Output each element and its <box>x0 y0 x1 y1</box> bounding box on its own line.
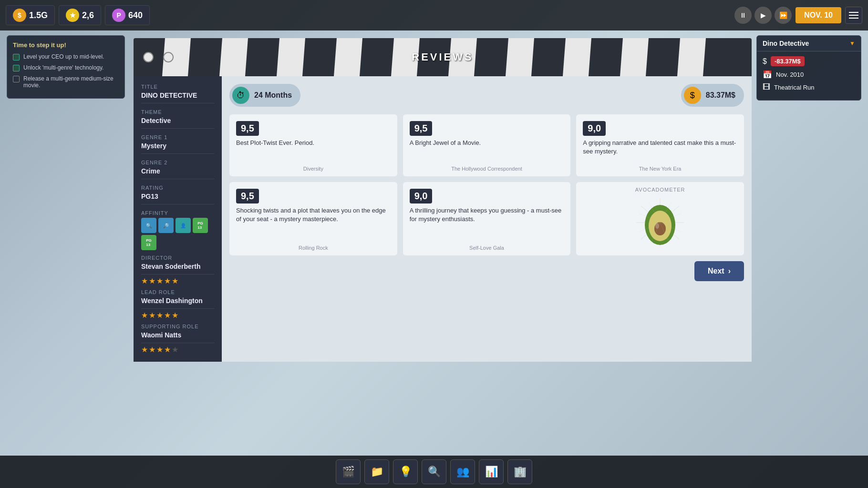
rating-value: PG13 <box>141 193 214 204</box>
star-s2: ★ <box>149 345 155 354</box>
right-panel-header: Dino Detective ▼ <box>757 36 861 51</box>
revenue-badge: $ 83.37M$ <box>681 84 744 107</box>
chevron-18 <box>620 38 649 76</box>
genre2-label: GENRE 2 <box>141 160 214 165</box>
chevron-19 <box>649 38 677 76</box>
status-value: Theatrical Run <box>774 84 815 91</box>
title-value: DINO DETECTIVE <box>141 92 214 103</box>
release-date: Nov. 2010 <box>776 71 804 78</box>
points-icon: P <box>112 9 125 22</box>
supporting-label: SUPPORTING ROLE <box>141 324 214 329</box>
star-d5: ★ <box>172 276 178 285</box>
clapper-dot-2 <box>163 52 174 62</box>
top-bar: $ 1.5G ★ 2,6 P 640 ⏸ ▶ ⏩ NOV. 10 <box>0 0 868 30</box>
source-3: The New York Era <box>639 166 682 172</box>
star-d4: ★ <box>164 276 171 285</box>
lead-stars: ★ ★ ★ ★ ★ <box>141 311 214 320</box>
money-stat: $ 1.5G <box>6 5 55 25</box>
revenue-row: $ -83.37M$ <box>763 56 855 66</box>
play-button[interactable]: ▶ <box>754 7 772 24</box>
star-d2: ★ <box>149 276 155 285</box>
star-l2: ★ <box>149 311 155 320</box>
points-value: 640 <box>128 10 143 20</box>
review-text-2: A Bright Jewel of a Movie. <box>410 139 564 147</box>
status-row: 🎞 Theatrical Run <box>763 83 855 92</box>
star-l4: ★ <box>164 311 171 320</box>
stars-stat: ★ 2,6 <box>59 5 101 25</box>
objective-2-text: Unlock 'multi-genre' technology. <box>23 64 103 71</box>
right-panel-body: $ -83.37M$ 📅 Nov. 2010 🎞 Theatrical Run <box>757 51 861 100</box>
theme-label: THEME <box>141 109 214 115</box>
genre2-value: Crime <box>141 167 214 179</box>
main-content: TITLE DINO DETECTIVE THEME Detective GEN… <box>134 76 752 362</box>
bottom-icon-search[interactable]: 🔍 <box>422 459 446 484</box>
right-panel-title: Dino Detective <box>763 40 809 47</box>
bottom-icon-building[interactable]: 🏢 <box>507 459 532 484</box>
reviews-area: ⏱ 24 Months $ 83.37M$ 9,5 Best Plot-Twis… <box>222 76 752 362</box>
fast-forward-button[interactable]: ⏩ <box>775 7 792 24</box>
chevron-8 <box>334 38 362 76</box>
bottom-icon-film[interactable]: 🎬 <box>336 459 361 484</box>
chevron-4 <box>219 38 248 76</box>
chevron-20 <box>677 38 706 76</box>
source-2: The Hollywood Correspondent <box>451 166 522 172</box>
score-4: 9,5 <box>236 189 259 203</box>
calendar-icon: 📅 <box>763 70 772 79</box>
clock-icon: ⏱ <box>232 87 249 104</box>
date-display: NOV. 10 <box>796 7 841 23</box>
genre1-value: Mystery <box>141 142 214 154</box>
genre1-label: GENRE 1 <box>141 134 214 140</box>
chevron-17 <box>591 38 620 76</box>
chevron-5 <box>248 38 277 76</box>
objective-1-text: Level your CEO up to mid-level. <box>23 53 104 60</box>
source-4: Rolling Rock <box>299 245 328 251</box>
star-s1: ★ <box>141 345 148 354</box>
chevron-7 <box>305 38 334 76</box>
chevron-3 <box>191 38 219 76</box>
clapper-dots <box>143 52 174 62</box>
title-label: TITLE <box>141 84 214 90</box>
chevron-14 <box>506 38 534 76</box>
chevron-15 <box>534 38 563 76</box>
score-5: 9,0 <box>410 189 433 203</box>
next-button-wrap: Next › <box>229 261 744 281</box>
objective-3: Release a multi-genre medium-size movie. <box>13 75 119 89</box>
affinity-icon-5: PG13 <box>141 235 156 250</box>
chevron-6 <box>277 38 305 76</box>
review-card-5: 9,0 A thrilling journey that keeps you g… <box>403 182 571 255</box>
bottom-icon-people[interactable]: 👥 <box>450 459 475 484</box>
clapper-dot-1 <box>143 52 154 62</box>
reviews-bottom-row: 9,5 Shocking twists and a plot that leav… <box>229 182 744 255</box>
pause-button[interactable]: ⏸ <box>734 7 752 24</box>
affinity-icon-3: 👤 <box>176 218 191 233</box>
supporting-stars: ★ ★ ★ ★ ★ <box>141 345 214 354</box>
star-s5: ★ <box>172 345 178 354</box>
star-d1: ★ <box>141 276 148 285</box>
chevron-13 <box>477 38 506 76</box>
review-card-4: 9,5 Shocking twists and a plot that leav… <box>229 182 397 255</box>
menu-button[interactable] <box>845 7 862 24</box>
money-value: 1.5G <box>29 10 48 20</box>
avocadometer-label: AVOCADOMETER <box>635 187 685 193</box>
review-card-1: 9,5 Best Plot-Twist Ever. Period. Divers… <box>229 114 397 176</box>
playback-controls: ⏸ ▶ ⏩ <box>734 7 792 24</box>
stars-value: 2,6 <box>82 10 94 20</box>
star-l3: ★ <box>156 311 163 320</box>
director-name: Stevan Soderberth <box>141 263 214 274</box>
date-row: 📅 Nov. 2010 <box>763 70 855 79</box>
bottom-icon-chart[interactable]: 📊 <box>479 459 504 484</box>
bottom-icon-idea[interactable]: 💡 <box>393 459 418 484</box>
movie-details-sidebar: TITLE DINO DETECTIVE THEME Detective GEN… <box>134 76 222 362</box>
next-button[interactable]: Next › <box>694 261 744 281</box>
theme-value: Detective <box>141 117 214 129</box>
bottom-icon-folder[interactable]: 📁 <box>364 459 389 484</box>
film-icon: 🎞 <box>763 83 770 92</box>
review-text-1: Best Plot-Twist Ever. Period. <box>236 139 391 147</box>
source-5: Self-Love Gala <box>469 245 504 251</box>
affinity-label: AFFINITY <box>141 210 214 216</box>
dropdown-icon[interactable]: ▼ <box>849 40 855 47</box>
star-d3: ★ <box>156 276 163 285</box>
review-text-5: A thrilling journey that keeps you guess… <box>410 206 564 224</box>
affinity-icon-4: PG13 <box>193 218 208 233</box>
source-1: Diversity <box>303 166 323 172</box>
